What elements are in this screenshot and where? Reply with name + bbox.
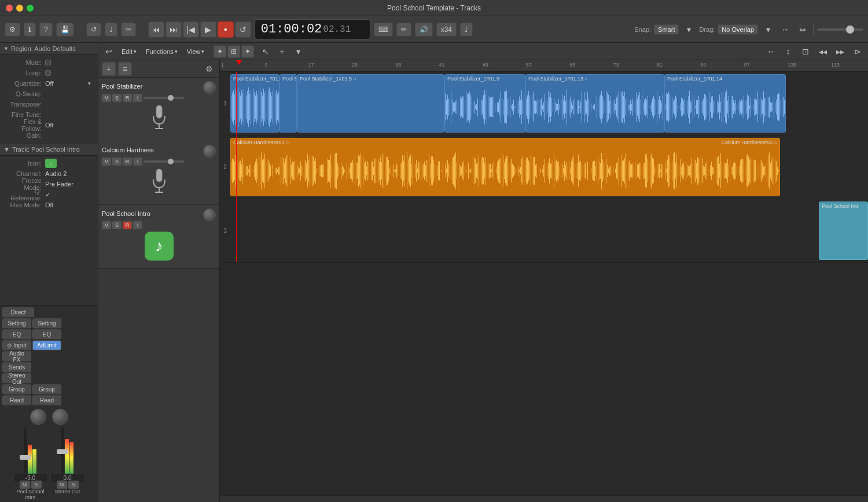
quantize-arrow-icon[interactable]: ▾: [85, 79, 93, 87]
ch2-mute-btn[interactable]: M: [57, 481, 67, 489]
track3-mute[interactable]: M: [102, 221, 111, 229]
track2-input[interactable]: I: [133, 157, 142, 166]
fast-forward-button[interactable]: ⏭: [165, 21, 182, 38]
fader-handle-left[interactable]: [20, 455, 31, 460]
snap-chevron-icon[interactable]: ▾: [682, 23, 696, 36]
track2-mute[interactable]: M: [102, 157, 111, 166]
key-command-btn[interactable]: ⌨: [374, 23, 393, 36]
rewind-button[interactable]: ⏮: [148, 21, 164, 38]
settings-track-icon[interactable]: ⚙: [202, 62, 216, 76]
clip-1-5[interactable]: Pool Stabilizer_1#01.13 ○: [525, 74, 664, 133]
read-button-right[interactable]: Read: [32, 395, 61, 405]
loop-checkbox[interactable]: [45, 70, 51, 76]
add-track-icon[interactable]: +: [102, 62, 116, 76]
edit-menu[interactable]: Edit ▾: [118, 47, 140, 56]
zoom-slider[interactable]: [817, 28, 863, 31]
setting-button-right[interactable]: Setting: [32, 318, 61, 328]
direct-button[interactable]: Direct: [2, 307, 34, 317]
track-collapse-icon[interactable]: ▼: [3, 146, 10, 153]
speaker-btn[interactable]: 🔊: [415, 23, 433, 36]
track1-pan[interactable]: [203, 81, 216, 94]
track-lane-2[interactable]: Calcium Hardness#03 ○ Calcium Hardness#0…: [230, 135, 868, 199]
resize-icon[interactable]: ⇔: [796, 23, 810, 36]
setting-button-left[interactable]: Setting: [2, 318, 31, 328]
pin-icon[interactable]: ⊳: [851, 45, 865, 58]
record-button[interactable]: ●: [218, 21, 234, 38]
info-icon-btn[interactable]: ℹ: [24, 23, 36, 36]
track3-pan[interactable]: [203, 208, 216, 221]
adlimit-button[interactable]: AdLimit: [32, 340, 61, 350]
time-display[interactable]: 01:00:02 02.31: [255, 19, 370, 39]
x34-btn[interactable]: x34: [436, 23, 457, 36]
track1-input[interactable]: I: [133, 94, 142, 102]
metronome-btn[interactable]: ♩: [105, 23, 117, 36]
volume-knob-right[interactable]: [52, 409, 68, 425]
ch2-solo-btn[interactable]: S: [68, 481, 79, 489]
clip-2-1[interactable]: Calcium Hardness#03 ○ Calcium Hardness#0…: [230, 138, 780, 196]
maximize-button[interactable]: [27, 5, 34, 12]
tempo-btn[interactable]: ♩: [460, 23, 473, 36]
clip-1-2[interactable]: Pool Sta: [279, 74, 297, 133]
eq-button-left[interactable]: EQ: [2, 329, 31, 339]
ch1-mute-btn[interactable]: M: [20, 481, 30, 489]
clip-1-1[interactable]: Pool Stabilizer_#01.: [230, 74, 279, 133]
region-collapse-icon[interactable]: ▼: [3, 46, 9, 52]
track2-rec[interactable]: R: [123, 157, 132, 166]
track1-volume[interactable]: [144, 97, 184, 99]
zoom-back-icon[interactable]: ◂◂: [816, 45, 830, 58]
undo-btn[interactable]: ↺: [86, 23, 101, 36]
track3-input[interactable]: I: [133, 221, 142, 229]
track3-rec[interactable]: R: [123, 221, 132, 229]
volume-knob-left[interactable]: [30, 409, 46, 425]
functions-menu[interactable]: Functions ▾: [142, 47, 181, 56]
clip-3-1[interactable]: Pool School Intr: [819, 201, 868, 260]
play-button[interactable]: ▶: [200, 21, 216, 38]
stereo-out-button[interactable]: Stereo Out: [2, 373, 31, 383]
fader-track-left[interactable]: [24, 427, 27, 474]
track2-volume[interactable]: [144, 160, 184, 163]
arrow-icon[interactable]: ↔: [778, 23, 792, 36]
save-icon-btn[interactable]: 💾: [56, 23, 74, 36]
snap-value[interactable]: Smart: [654, 24, 679, 35]
pencil-btn[interactable]: ✏: [396, 23, 411, 36]
drag-value[interactable]: No Overlap: [718, 24, 758, 35]
skip-back-button[interactable]: |◀: [183, 21, 199, 38]
track1-mute[interactable]: M: [102, 94, 111, 102]
fader-track-right[interactable]: [61, 427, 64, 474]
track1-solo[interactable]: S: [112, 94, 122, 102]
drag-chevron-icon[interactable]: ▾: [761, 23, 775, 36]
track3-solo[interactable]: S: [112, 221, 122, 229]
group-button-left[interactable]: Group: [2, 384, 31, 394]
cursor-icon[interactable]: ↖: [259, 45, 273, 58]
clip-1-3[interactable]: Pool Stabilizer_1#01.5 ○ for(var i=0;i<1…: [297, 74, 444, 133]
add-icon[interactable]: +: [275, 45, 289, 58]
zoom-fwd-icon[interactable]: ▸▸: [833, 45, 847, 58]
scissors-tool[interactable]: ✦: [241, 45, 254, 58]
cycle-button[interactable]: ↺: [235, 21, 251, 38]
track2-solo[interactable]: S: [112, 157, 122, 166]
marquee-tool[interactable]: ⊞: [227, 45, 240, 58]
shrink-icon[interactable]: ↔: [764, 45, 778, 58]
settings-icon-btn[interactable]: ⚙: [5, 23, 20, 36]
horizontal-scrollbar[interactable]: [220, 495, 868, 502]
minimize-button[interactable]: [16, 5, 23, 12]
group-button-right[interactable]: Group: [32, 384, 61, 394]
clip-1-4[interactable]: Pool Stabilizer_1#01.9: [444, 74, 525, 133]
mute-checkbox[interactable]: [45, 60, 51, 65]
ch1-solo-btn[interactable]: S: [31, 481, 42, 489]
scissors-btn[interactable]: ✂: [121, 23, 136, 36]
track1-rec[interactable]: R: [123, 94, 132, 102]
clip-1-6[interactable]: Pool Stabilizer_1#01.14: [664, 74, 786, 133]
fit-icon[interactable]: ⊡: [799, 45, 812, 58]
track-lane-1[interactable]: Pool Stabilizer_#01.: [230, 72, 868, 135]
view-menu[interactable]: View ▾: [183, 47, 208, 56]
fader-handle-right[interactable]: [57, 449, 68, 454]
plus-chevron-icon[interactable]: ▾: [291, 45, 305, 58]
sends-button[interactable]: Sends: [2, 362, 31, 372]
track-lane-3[interactable]: Pool School Intr: [230, 199, 868, 263]
read-button-left[interactable]: Read: [2, 395, 31, 405]
audiofx-button[interactable]: Audio FX: [2, 351, 31, 361]
close-button[interactable]: [6, 5, 13, 12]
input-button-left[interactable]: ⊙ Input: [2, 340, 31, 350]
track2-pan[interactable]: [203, 145, 216, 157]
